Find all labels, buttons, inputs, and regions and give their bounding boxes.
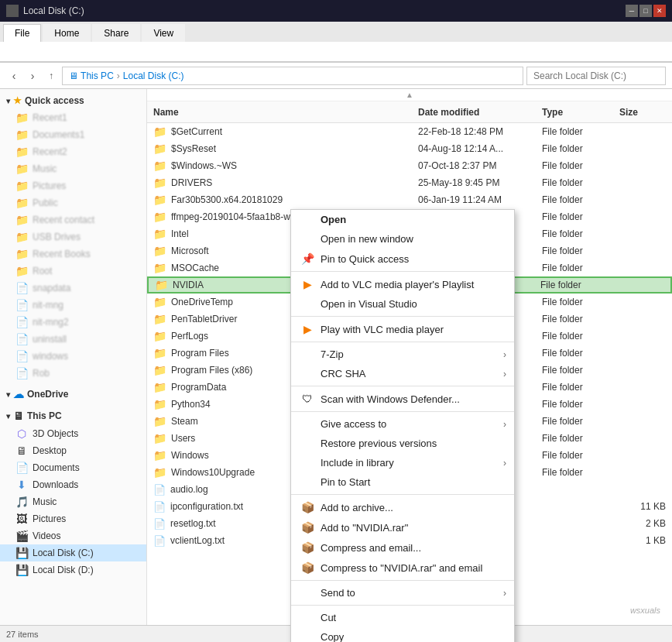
file-icon: 📄 [15,316,28,328]
maximize-button[interactable]: □ [639,5,652,17]
forward-button[interactable]: › [25,68,40,84]
tab-file[interactable]: File [3,24,41,42]
cm-give-access[interactable]: Give access to › [291,414,514,434]
pictures-icon: 🖼 [15,513,28,525]
folder-icon: 📁 [153,415,166,427]
sidebar-item-music[interactable]: 🎵 Music [0,493,146,510]
sidebar-item-downloads[interactable]: ⬇ Downloads [0,476,146,493]
folder-icon: 📁 [153,449,166,462]
table-row[interactable]: 📁 Far30b5300.x64.20181029 06-Jan-19 11:2… [147,191,672,208]
cm-compress-rar-email[interactable]: 📦 Compress to "NVIDIA.rar" and email [291,558,514,578]
cm-arrow-access: › [503,419,506,430]
search-input[interactable] [526,67,666,85]
col-type-header[interactable]: Type [542,107,619,118]
cm-add-rar[interactable]: 📦 Add to "NVIDIA.rar" [291,517,514,537]
cm-compress-email[interactable]: 📦 Compress and email... [291,537,514,558]
cm-open-vs[interactable]: Open in Visual Studio [291,294,514,314]
address-path[interactable]: 🖥 This PC › Local Disk (C:) [62,67,523,85]
title-bar-text: Local Disk (C:) [23,5,626,16]
back-button[interactable]: ‹ [6,68,22,84]
window-controls[interactable]: ─ □ ✕ [626,5,666,17]
sidebar-item-videos[interactable]: 🎬 Videos [0,527,146,544]
cm-arrow-library: › [503,458,506,469]
sidebar-item-documents[interactable]: 📄 Documents [0,459,146,476]
address-bar: ‹ › ↑ 🖥 This PC › Local Disk (C:) [0,63,672,89]
table-row[interactable]: 📁 $Windows.~WS 07-Oct-18 2:37 PM File fo… [147,157,672,174]
path-localdisk[interactable]: Local Disk (C:) [123,70,184,81]
sidebar-item-desktop[interactable]: 🖥 Desktop [0,442,146,459]
table-row[interactable]: 📁 DRIVERS 25-May-18 9:45 PM File folder [147,174,672,191]
cm-vlc-playlist[interactable]: ▶ Add to VLC media player's Playlist [291,274,514,294]
sidebar-item-snap[interactable]: 📄 snapdata [0,280,146,297]
sidebar-item-books[interactable]: 📁 Recent Books [0,245,146,263]
sidebar-item-contact[interactable]: 📁 Recent contact [0,211,146,228]
cm-7zip[interactable]: 7-Zip › [291,345,514,364]
quick-access-label: Quick access [25,95,84,106]
col-date-header[interactable]: Date modified [418,107,542,118]
cm-open-new-window[interactable]: Open in new window [291,229,514,249]
folder-icon: 📁 [15,248,28,260]
col-name-header[interactable]: Name [153,107,418,118]
tab-view[interactable]: View [142,24,185,42]
folder-icon: 📁 [153,125,166,138]
cm-arrow-send: › [503,588,506,599]
cm-copy[interactable]: Copy [291,627,514,642]
close-button[interactable]: ✕ [653,5,666,17]
cm-arrow-crc: › [503,369,506,379]
folder-icon: 📁 [15,231,28,243]
up-button[interactable]: ↑ [43,68,59,84]
localdisk-d-icon: 💾 [15,564,28,576]
this-pc-header[interactable]: ▾ 🖥 This PC [0,407,146,425]
cm-restore[interactable]: Restore previous versions [291,434,514,453]
cm-add-archive[interactable]: 📦 Add to archive... [291,497,514,517]
rar-icon: 📦 [300,521,314,534]
cm-library[interactable]: Include in library › [291,453,514,472]
cm-open[interactable]: Open [291,210,514,229]
sidebar-item-docs1[interactable]: 📁 Documents1 [0,126,146,143]
table-row[interactable]: 📁 $GetCurrent 22-Feb-18 12:48 PM File fo… [147,123,672,140]
this-pc-label: This PC [27,410,62,421]
sidebar-item-music1[interactable]: 📁 Music [0,160,146,177]
sidebar-item-local-d[interactable]: 💾 Local Disk (D:) [0,561,146,578]
sidebar-item-root[interactable]: 📁 Root [0,263,146,280]
tab-home[interactable]: Home [43,24,91,42]
cm-pin-quick[interactable]: 📌 Pin to Quick access [291,249,514,269]
sidebar-item-win[interactable]: 📄 windows [0,348,146,365]
cm-pin-start[interactable]: Pin to Start [291,472,514,492]
sidebar-item-nit1[interactable]: 📄 nit-mng [0,297,146,314]
folder-icon: 📁 [15,112,28,124]
localdisk-c-icon: 💾 [15,547,28,559]
sidebar-item-rob[interactable]: 📄 Rob [0,365,146,382]
folder-icon: 📁 [153,160,166,172]
sidebar-item-public[interactable]: 📁 Public [0,194,146,211]
sidebar-item-nit2[interactable]: 📄 nit-mng2 [0,314,146,331]
cm-sep8 [291,605,514,606]
sidebar-item-local-c[interactable]: 💾 Local Disk (C:) [0,544,146,561]
cm-sep1 [291,271,514,272]
minimize-button[interactable]: ─ [626,5,638,17]
doc-icon: 📄 [153,484,166,496]
quick-access-header[interactable]: ▾ ★ Quick access [0,92,146,109]
sidebar-item-uninst[interactable]: 📄 uninstall [0,331,146,348]
cm-defender[interactable]: 🛡 Scan with Windows Defender... [291,389,514,409]
3d-objects-icon: ⬡ [15,427,28,440]
sidebar-item-pictures1[interactable]: 📁 Pictures [0,177,146,194]
sidebar-item-recent2[interactable]: 📁 Recent2 [0,143,146,160]
sidebar-item-pictures[interactable]: 🖼 Pictures [0,510,146,527]
onedrive-header[interactable]: ▾ ☁ OneDrive [0,385,146,403]
sidebar-item-recent1[interactable]: 📁 Recent1 [0,109,146,126]
cm-crc[interactable]: CRC SHA › [291,364,514,383]
folder-icon: 📁 [153,330,166,342]
sidebar-item-3d[interactable]: ⬡ 3D Objects [0,425,146,442]
cm-vlc-play[interactable]: ▶ Play with VLC media player [291,319,514,339]
cm-send-to[interactable]: Send to › [291,583,514,603]
table-row[interactable]: 📁 $SysReset 04-Aug-18 12:14 A... File fo… [147,140,672,157]
sidebar-item-usb[interactable]: 📁 USB Drives [0,228,146,245]
app-icon [6,5,19,17]
context-menu: Open Open in new window 📌 Pin to Quick a… [290,209,515,642]
doc-icon: 📄 [153,518,166,530]
path-thispc[interactable]: 🖥 This PC [69,70,114,81]
cm-cut[interactable]: Cut [291,608,514,627]
tab-share[interactable]: Share [92,24,140,42]
col-size-header[interactable]: Size [619,107,666,118]
